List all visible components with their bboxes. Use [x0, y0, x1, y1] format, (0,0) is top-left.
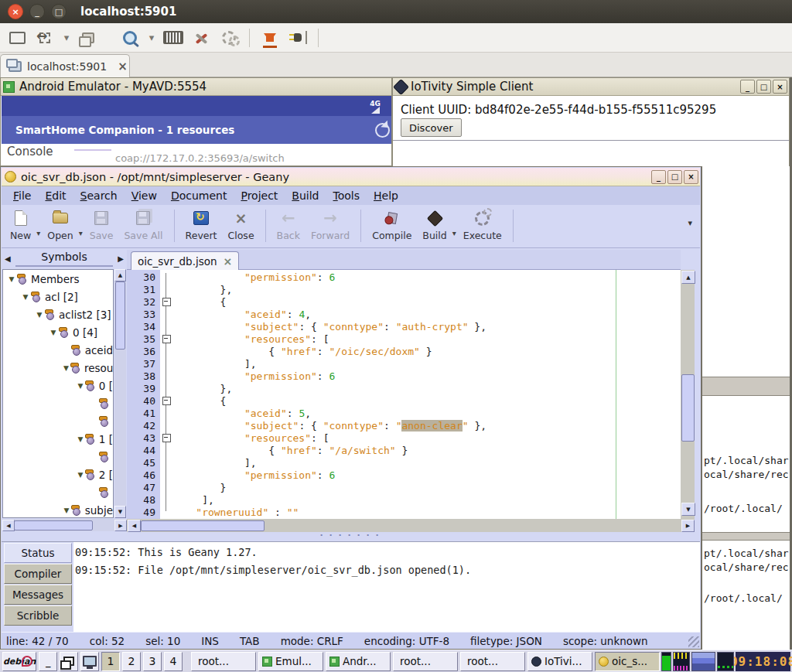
expander-icon[interactable]: ▼ [63, 507, 70, 514]
save-all-button[interactable]: Save All [118, 207, 168, 243]
keyboard-icon[interactable] [162, 26, 185, 49]
workspace-4[interactable]: 4 [164, 652, 183, 671]
menu-tools[interactable]: Tools [326, 188, 367, 203]
sidebar-horizontal-scrollbar[interactable]: ◀▶ [2, 519, 126, 531]
close-button[interactable]: × [684, 170, 698, 184]
resize-icon[interactable] [33, 26, 56, 49]
expander-icon[interactable]: ▼ [63, 364, 69, 372]
window-minimize-icon[interactable]: _ [29, 4, 45, 19]
expander-icon[interactable]: ▼ [8, 275, 15, 283]
message-tab-status[interactable]: Status [4, 543, 72, 563]
fold-collapse-icon[interactable] [162, 335, 171, 343]
scroll-thumb[interactable] [14, 520, 93, 530]
debian-menu-button[interactable]: debian [2, 652, 36, 671]
scroll-down-icon[interactable]: ▼ [681, 503, 695, 516]
compile-button[interactable]: Compile [367, 207, 417, 243]
code-editor[interactable]: 3031323334353637383940414243444546474849… [127, 270, 681, 519]
scroll-left-icon[interactable]: ◀ [2, 520, 15, 531]
expander-icon[interactable]: ▼ [77, 471, 84, 479]
message-tab-compiler[interactable]: Compiler [4, 564, 72, 584]
chevron-icon[interactable]: ▾ [61, 26, 72, 49]
tree-item-members[interactable]: ▼Members [3, 270, 113, 288]
task-button-oics[interactable]: oic_s... [595, 652, 660, 671]
tree-item[interactable] [3, 483, 113, 501]
tree-item-2-[interactable]: ▼2 [ [3, 466, 113, 483]
sidebar-vertical-scrollbar[interactable]: ▲▼ [114, 269, 126, 518]
menu-build[interactable]: Build [285, 188, 326, 203]
tree-item[interactable] [3, 412, 113, 430]
expander-icon[interactable]: ▼ [22, 293, 29, 301]
chevron-icon[interactable]: ▾ [146, 26, 157, 49]
menu-file[interactable]: File [6, 188, 38, 203]
task-button-iotivi[interactable]: IoTivi... [527, 652, 592, 671]
scroll-left-icon[interactable]: ◀ [128, 520, 141, 532]
scroll-right-icon[interactable]: ▶ [114, 520, 127, 531]
copy-icon[interactable] [77, 26, 100, 49]
open-button[interactable]: Open [42, 207, 78, 243]
expander-icon[interactable]: ▼ [36, 311, 43, 319]
fold-collapse-icon[interactable] [162, 298, 171, 306]
scroll-right-icon[interactable]: ▶ [681, 520, 695, 532]
dropdown-chevron-icon[interactable]: ▾ [452, 218, 458, 237]
task-button-andr[interactable]: Andr... [326, 652, 391, 671]
discover-button[interactable]: Discover [401, 118, 462, 137]
tree-item-0-[interactable]: ▼0 [ [3, 377, 113, 394]
workspace-1[interactable]: 1 [101, 652, 120, 671]
save-button[interactable]: Save [84, 207, 119, 243]
refresh-icon[interactable] [375, 123, 390, 138]
tree-item-aclist2-3-[interactable]: ▼aclist2 [3] [3, 305, 113, 323]
menu-view[interactable]: View [125, 188, 164, 203]
forward-button[interactable]: →Forward [306, 207, 355, 243]
tab-close-icon[interactable]: × [118, 60, 128, 73]
maximize-button[interactable]: □ [667, 170, 682, 184]
geany-titlebar[interactable]: oic_svr_db.json - /opt/mnt/simpleserver … [2, 168, 700, 186]
tools-icon[interactable] [189, 26, 213, 49]
pane-resize-grip[interactable]: · · · · · · · [1, 533, 699, 541]
tree-item-subje[interactable]: ▼subje [3, 501, 113, 518]
new-button[interactable]: New [5, 207, 36, 243]
scroll-thumb[interactable] [115, 281, 125, 350]
tree-item-0-4-[interactable]: ▼0 [4] [3, 323, 113, 341]
revert-button[interactable]: Revert [180, 207, 223, 243]
menu-search[interactable]: Search [73, 188, 125, 203]
cascade-windows-button[interactable] [60, 652, 78, 671]
tab-symbols[interactable]: Symbols [15, 251, 114, 267]
dropdown-chevron-icon[interactable]: ▾ [36, 218, 42, 237]
close-button[interactable]: ×Close [223, 207, 260, 243]
show-desktop-button[interactable] [80, 652, 99, 671]
expander-icon[interactable]: ▼ [50, 329, 57, 336]
iconify-all-button[interactable]: _ [39, 652, 57, 671]
window-close-icon[interactable]: × [8, 4, 23, 19]
minimize-button[interactable]: _ [740, 80, 755, 94]
expander-icon[interactable]: ▼ [77, 382, 84, 390]
task-button-root[interactable]: root... [460, 652, 525, 671]
resource-url[interactable]: coap://172.17.0.2:35693/a/switch [115, 152, 285, 164]
scroll-down-icon[interactable]: ▼ [114, 506, 126, 518]
fold-margin[interactable] [160, 270, 172, 519]
tree-item[interactable] [3, 394, 113, 412]
toolbar-overflow-icon[interactable]: ▾ [688, 207, 692, 228]
tree-item-resou[interactable]: ▼resou [3, 359, 113, 377]
workspace-3[interactable]: 3 [143, 652, 162, 671]
scroll-thumb[interactable] [141, 520, 265, 531]
notebook-left-icon[interactable]: ◀ [2, 254, 14, 263]
message-tab-scribble[interactable]: Scribble [4, 605, 72, 626]
scroll-thumb[interactable] [681, 374, 695, 442]
message-tab-messages[interactable]: Messages [4, 585, 72, 605]
task-button-emul[interactable]: Emul... [258, 652, 323, 671]
dropdown-chevron-icon[interactable]: ▾ [79, 218, 84, 237]
back-button[interactable]: ←Back [271, 207, 306, 243]
menu-edit[interactable]: Edit [38, 188, 73, 203]
task-button-root[interactable]: root... [393, 652, 458, 671]
window-maximize-icon[interactable]: □ [51, 4, 67, 19]
editor-vertical-scrollbar[interactable]: ▲▼ [681, 270, 695, 519]
vnc-connection-tab[interactable]: localhost:5901 × [0, 54, 130, 77]
menu-help[interactable]: Help [367, 188, 405, 203]
tree-item[interactable] [3, 448, 113, 466]
tree-item-1-[interactable]: ▼1 [ [3, 430, 113, 448]
screen1-icon[interactable] [5, 26, 29, 49]
fold-collapse-icon[interactable] [162, 397, 171, 405]
fold-collapse-icon[interactable] [162, 434, 171, 442]
build-button[interactable]: Build [417, 207, 452, 243]
menu-project[interactable]: Project [234, 188, 285, 203]
